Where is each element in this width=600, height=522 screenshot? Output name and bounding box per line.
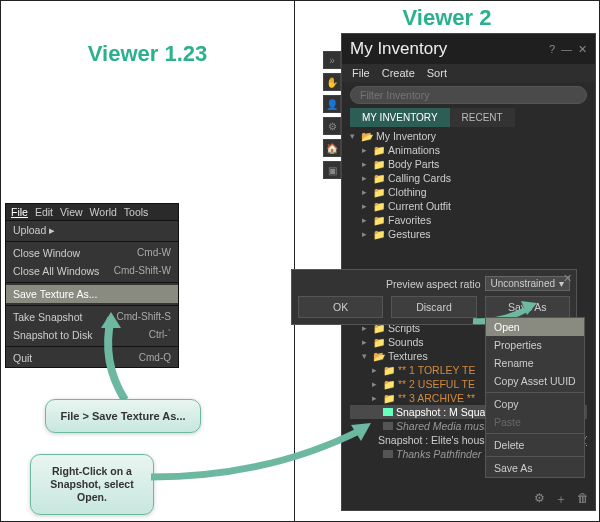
viewer2-heading: Viewer 2 bbox=[295, 5, 599, 31]
inventory-tabs: MY INVENTORY RECENT bbox=[350, 108, 587, 127]
tool-hand[interactable]: ✋ bbox=[323, 73, 341, 91]
discard-button[interactable]: Discard bbox=[391, 296, 476, 318]
callout-right-click: Right-Click on a Snapshot, select Open. bbox=[30, 454, 154, 515]
ok-button[interactable]: OK bbox=[298, 296, 383, 318]
menu-file[interactable]: File bbox=[11, 206, 28, 218]
minimize-icon[interactable]: — bbox=[561, 43, 572, 56]
menu-view[interactable]: View bbox=[60, 206, 83, 218]
toolstrip: » ✋ 👤 ⚙ 🏠 ▣ bbox=[323, 51, 341, 179]
inventory-title: My Inventory bbox=[350, 39, 447, 59]
tree-row[interactable]: ▸📁Animations bbox=[350, 143, 587, 157]
tool-home[interactable]: 🏠 bbox=[323, 139, 341, 157]
menu-item[interactable]: Close WindowCmd-W bbox=[6, 244, 178, 262]
menu-item[interactable]: Close All WindowsCmd-Shift-W bbox=[6, 262, 178, 280]
ctx-item[interactable]: Copy bbox=[486, 395, 584, 413]
viewer1-panel: Viewer 1.23 File Edit View World Tools U… bbox=[1, 1, 295, 521]
ctx-item[interactable]: Copy Asset UUID bbox=[486, 372, 584, 390]
inv-menu-create[interactable]: Create bbox=[382, 67, 415, 79]
tree-row[interactable]: ▸📁Body Parts bbox=[350, 157, 587, 171]
tool-expand[interactable]: » bbox=[323, 51, 341, 69]
tree-row[interactable]: ▸📁Clothing bbox=[350, 185, 587, 199]
tool-gear[interactable]: ⚙ bbox=[323, 117, 341, 135]
menu-item[interactable]: Upload ▸ bbox=[6, 221, 178, 239]
ctx-item[interactable]: Rename bbox=[486, 354, 584, 372]
menu-item[interactable]: Take SnapshotCmd-Shift-S bbox=[6, 308, 178, 326]
inventory-footer: ⚙ ＋ 🗑 bbox=[534, 491, 589, 508]
ctx-item[interactable]: Delete bbox=[486, 436, 584, 454]
menu-edit[interactable]: Edit bbox=[35, 206, 53, 218]
menu-item[interactable]: Save Texture As... bbox=[6, 285, 178, 303]
preview-aspect-label: Preview aspect ratio bbox=[386, 278, 481, 290]
viewer2-panel: Viewer 2 » ✋ 👤 ⚙ 🏠 ▣ My Inventory ? — ✕ … bbox=[295, 1, 599, 521]
tool-profile[interactable]: 👤 bbox=[323, 95, 341, 113]
save-as-button[interactable]: Save As bbox=[485, 296, 570, 318]
close-icon[interactable]: ✕ bbox=[578, 43, 587, 56]
inv-menu-sort[interactable]: Sort bbox=[427, 67, 447, 79]
menu-tools[interactable]: Tools bbox=[124, 206, 149, 218]
aspect-select[interactable]: Unconstrained ▾ bbox=[485, 276, 570, 291]
tree-row[interactable]: ▸📁Favorites bbox=[350, 213, 587, 227]
tool-box[interactable]: ▣ bbox=[323, 161, 341, 179]
tab-my-inventory[interactable]: MY INVENTORY bbox=[350, 108, 450, 127]
gear-icon[interactable]: ⚙ bbox=[534, 491, 545, 508]
menu-item[interactable]: Snapshot to DiskCtrl-` bbox=[6, 326, 178, 344]
tab-recent[interactable]: RECENT bbox=[450, 108, 515, 127]
ctx-item[interactable]: Open bbox=[486, 318, 584, 336]
add-icon[interactable]: ＋ bbox=[555, 491, 567, 508]
tree-row[interactable]: ▸📁Calling Cards bbox=[350, 171, 587, 185]
menubar: File Edit View World Tools bbox=[6, 204, 178, 221]
menu-item[interactable]: QuitCmd-Q bbox=[6, 349, 178, 367]
tree-row[interactable]: ▾📂My Inventory bbox=[350, 129, 587, 143]
callout-save-texture: File > Save Texture As... bbox=[45, 399, 201, 433]
close-icon[interactable]: ✕ bbox=[563, 272, 572, 285]
search-input[interactable] bbox=[350, 86, 587, 104]
menu-world[interactable]: World bbox=[90, 206, 117, 218]
tree-row[interactable]: ▸📁Gestures bbox=[350, 227, 587, 241]
ctx-item[interactable]: Properties bbox=[486, 336, 584, 354]
ctx-item[interactable]: Save As bbox=[486, 459, 584, 477]
tree-row[interactable]: ▸📁Current Outfit bbox=[350, 199, 587, 213]
trash-icon[interactable]: 🗑 bbox=[577, 491, 589, 508]
inventory-titlebar: My Inventory ? — ✕ bbox=[342, 34, 595, 64]
file-menu: File Edit View World Tools Upload ▸Close… bbox=[5, 203, 179, 368]
ctx-item: Paste bbox=[486, 413, 584, 431]
context-menu: OpenPropertiesRenameCopy Asset UUIDCopyP… bbox=[485, 317, 585, 478]
inventory-menubar: File Create Sort bbox=[342, 64, 595, 82]
viewer1-heading: Viewer 1.23 bbox=[1, 41, 294, 67]
help-icon[interactable]: ? bbox=[549, 43, 555, 56]
inv-menu-file[interactable]: File bbox=[352, 67, 370, 79]
